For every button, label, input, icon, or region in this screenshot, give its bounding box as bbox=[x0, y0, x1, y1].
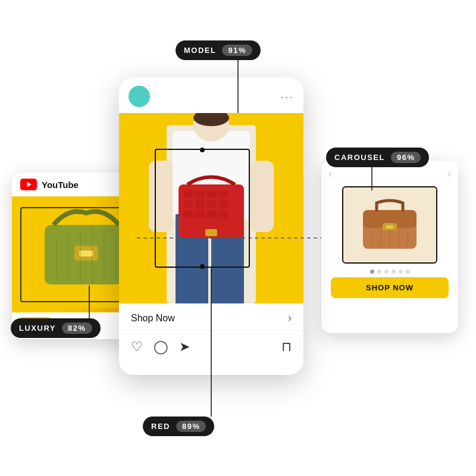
share-icon[interactable]: ➤ bbox=[179, 339, 190, 355]
ecom-dot-6[interactable] bbox=[406, 270, 410, 274]
svg-rect-37 bbox=[250, 161, 274, 232]
instagram-avatar bbox=[129, 86, 150, 107]
luxury-badge-pct: 82% bbox=[62, 322, 92, 334]
instagram-more-dots[interactable]: ··· bbox=[280, 90, 294, 104]
ecom-dot-3[interactable] bbox=[384, 270, 389, 274]
detection-dot-top bbox=[200, 148, 205, 152]
ecom-carousel-dots bbox=[321, 270, 458, 274]
model-badge-label: MODEL bbox=[184, 46, 216, 55]
instagram-card: ··· bbox=[119, 77, 303, 375]
youtube-icon bbox=[20, 178, 37, 190]
instagram-header: ··· bbox=[119, 77, 303, 113]
model-badge: MODEL 91% bbox=[176, 40, 261, 60]
instagram-shop-row[interactable]: Shop Now › bbox=[119, 303, 303, 331]
red-bag-detection-box bbox=[155, 149, 250, 268]
luxury-badge-label: LUXURY bbox=[19, 324, 56, 333]
luxury-badge: LUXURY 82% bbox=[11, 318, 101, 338]
ecom-prev-arrow-icon[interactable]: ‹ bbox=[328, 167, 333, 180]
scene: YouTube bbox=[0, 0, 476, 476]
red-badge: RED 89% bbox=[143, 416, 214, 436]
brown-bag-image bbox=[360, 198, 419, 252]
instagram-chevron-icon: › bbox=[288, 312, 292, 324]
ecom-shop-now-button[interactable]: SHOP NOW bbox=[331, 277, 449, 298]
detection-dot-bottom bbox=[200, 264, 205, 269]
bookmark-icon[interactable]: ⊓ bbox=[281, 339, 292, 355]
instagram-actions-bar: ♡ ◯ ➤ ⊓ bbox=[119, 331, 303, 363]
ecommerce-card: ‹ › bbox=[321, 161, 458, 333]
carousel-badge: CAROUSEL 96% bbox=[326, 148, 429, 167]
ecom-product-image bbox=[342, 186, 437, 264]
ecom-dot-4[interactable] bbox=[392, 270, 396, 274]
youtube-card-title: YouTube bbox=[42, 180, 79, 190]
instagram-action-icons: ♡ ◯ ➤ bbox=[131, 339, 190, 355]
carousel-badge-pct: 96% bbox=[391, 152, 421, 163]
ecom-next-arrow-icon[interactable]: › bbox=[447, 167, 451, 180]
svg-rect-43 bbox=[386, 226, 393, 228]
ecom-dot-1[interactable] bbox=[370, 270, 374, 274]
red-badge-pct: 89% bbox=[176, 421, 206, 432]
comment-icon[interactable]: ◯ bbox=[154, 339, 168, 355]
model-badge-pct: 91% bbox=[222, 45, 252, 56]
heart-icon[interactable]: ♡ bbox=[131, 339, 143, 355]
instagram-image-area bbox=[119, 113, 303, 303]
carousel-badge-label: CAROUSEL bbox=[334, 153, 385, 162]
instagram-shop-now-label: Shop Now bbox=[131, 313, 175, 324]
luxury-detection-box bbox=[20, 207, 124, 302]
ecom-dot-5[interactable] bbox=[399, 270, 403, 274]
ecom-dot-2[interactable] bbox=[377, 270, 381, 274]
red-badge-label: RED bbox=[151, 422, 170, 431]
